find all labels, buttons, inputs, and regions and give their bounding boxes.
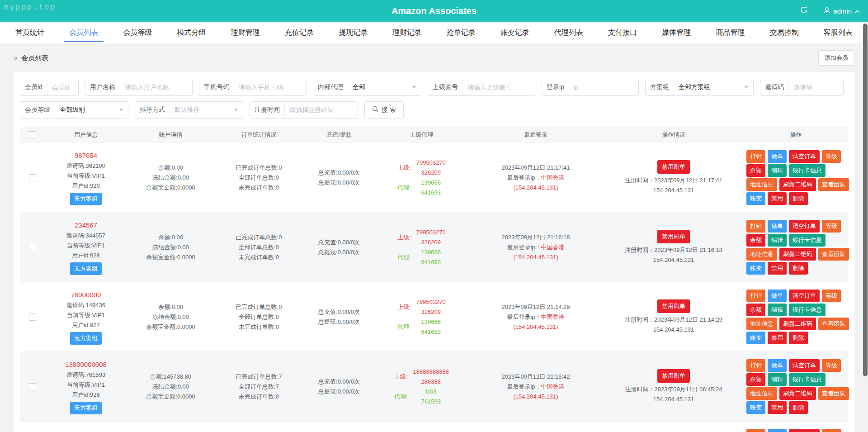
tab-finance-records[interactable]: 理财记录 (386, 22, 428, 43)
action-view-team-button[interactable]: 查看团队 (818, 318, 849, 330)
action-address-info-button[interactable]: 地址信息 (746, 318, 777, 330)
action-bank-card-info-button[interactable]: 银行卡信息 (789, 164, 826, 177)
action-inject-button[interactable]: 打针 (746, 359, 765, 372)
tab-grab-order-records[interactable]: 抢单记录 (440, 22, 482, 43)
no-plan-group-badge[interactable]: 无方案组 (70, 332, 102, 345)
action-level-button[interactable]: 等级 (822, 429, 841, 432)
sort-mode-select[interactable]: 排序方式 默认排序 (135, 101, 243, 119)
action-inject-button[interactable]: 打针 (746, 150, 765, 163)
action-edit-button[interactable]: 编辑 (768, 304, 787, 316)
action-view-team-button[interactable]: 查看团队 (818, 178, 849, 191)
action-clear-orders-button[interactable]: 清空订单 (789, 429, 820, 432)
tab-home-stats[interactable]: 首页统计 (9, 22, 51, 43)
action-disable-button[interactable]: 禁用 (768, 332, 787, 344)
refresh-button[interactable] (796, 3, 811, 19)
action-delete-button[interactable]: 删除 (789, 262, 808, 275)
action-inject-button[interactable]: 打针 (746, 220, 765, 233)
no-plan-group-badge[interactable]: 无方案组 (70, 402, 102, 414)
disable-brush-badge[interactable]: 禁用刷单 (657, 369, 690, 383)
action-balance-button[interactable]: 余额 (746, 234, 765, 247)
action-bank-card-info-button[interactable]: 银行卡信息 (789, 304, 826, 316)
user-menu[interactable]: admin (823, 7, 860, 15)
action-edit-button[interactable]: 编辑 (768, 234, 787, 247)
tab-finance-manage[interactable]: 理财管理 (225, 22, 266, 43)
tab-agent-list[interactable]: 代理列表 (548, 22, 590, 43)
action-inject-button[interactable]: 打针 (746, 290, 765, 302)
action-edit-button[interactable]: 编辑 (768, 373, 787, 386)
action-account-change-button[interactable]: 账变 (746, 401, 765, 414)
invite-code-input[interactable] (789, 84, 843, 91)
tab-media-manage[interactable]: 媒体管理 (656, 22, 697, 43)
tab-service-list[interactable]: 客服列表 (817, 22, 859, 43)
action-make-order-button[interactable]: 做单 (768, 429, 787, 432)
action-level-button[interactable]: 等级 (822, 290, 841, 302)
action-disable-button[interactable]: 禁用 (768, 401, 787, 414)
action-account-change-button[interactable]: 账变 (746, 332, 765, 344)
action-inject-button[interactable]: 打针 (746, 429, 765, 432)
tab-recharge-records[interactable]: 充值记录 (278, 22, 320, 43)
disable-brush-badge[interactable]: 禁用刷单 (657, 230, 690, 243)
action-address-info-button[interactable]: 地址信息 (746, 387, 777, 400)
action-disable-button[interactable]: 禁用 (768, 192, 787, 205)
search-button[interactable]: 搜 索 (364, 101, 404, 119)
action-view-team-button[interactable]: 查看团队 (818, 248, 849, 261)
add-member-button[interactable]: 添加会员 (818, 50, 854, 66)
action-edit-button[interactable]: 编辑 (768, 164, 787, 177)
no-plan-group-badge[interactable]: 无方案组 (70, 262, 102, 275)
user-name-input[interactable] (120, 84, 192, 91)
tab-account-change-records[interactable]: 账变记录 (494, 22, 536, 43)
action-make-order-button[interactable]: 做单 (768, 359, 787, 372)
reg-time-input[interactable] (285, 106, 358, 114)
action-level-button[interactable]: 等级 (822, 220, 841, 233)
tab-payment-api[interactable]: 支付接口 (602, 22, 643, 43)
action-refresh-qrcode-button[interactable]: 刷新二维码 (779, 248, 816, 261)
action-disable-button[interactable]: 禁用 (768, 262, 787, 275)
row-checkbox[interactable] (29, 244, 36, 251)
action-account-change-button[interactable]: 账变 (746, 262, 765, 275)
action-address-info-button[interactable]: 地址信息 (746, 178, 777, 191)
action-balance-button[interactable]: 余额 (746, 373, 765, 386)
member-id-input[interactable] (47, 84, 78, 91)
action-make-order-button[interactable]: 做单 (768, 220, 787, 233)
disable-brush-badge[interactable]: 禁用刷单 (657, 160, 690, 174)
action-bank-card-info-button[interactable]: 银行卡信息 (789, 234, 826, 247)
plan-group-select[interactable]: 方案组 全部方案组 (645, 79, 754, 96)
tab-product-manage[interactable]: 商品管理 (709, 22, 751, 43)
action-level-button[interactable]: 等级 (822, 359, 841, 372)
action-balance-button[interactable]: 余额 (746, 304, 765, 316)
disable-brush-badge[interactable]: 禁用刷单 (657, 299, 690, 313)
tab-mode-group[interactable]: 模式分组 (171, 22, 212, 43)
action-refresh-qrcode-button[interactable]: 刷新二维码 (779, 178, 816, 191)
action-delete-button[interactable]: 删除 (789, 332, 808, 344)
tab-member-list[interactable]: 会员列表 (63, 22, 104, 43)
select-all-checkbox[interactable] (29, 131, 36, 138)
tab-trade-control[interactable]: 交易控制 (764, 22, 805, 43)
action-clear-orders-button[interactable]: 清空订单 (789, 359, 820, 372)
action-refresh-qrcode-button[interactable]: 刷新二维码 (779, 318, 816, 330)
action-clear-orders-button[interactable]: 清空订单 (789, 290, 820, 302)
action-account-change-button[interactable]: 账变 (746, 192, 765, 205)
login-ip-input[interactable] (569, 84, 638, 91)
action-delete-button[interactable]: 删除 (789, 192, 808, 205)
no-plan-group-badge[interactable]: 无方案组 (70, 193, 102, 205)
action-make-order-button[interactable]: 做单 (768, 150, 787, 163)
tab-withdraw-records[interactable]: 提现记录 (332, 22, 374, 43)
action-delete-button[interactable]: 删除 (789, 401, 808, 414)
internal-agent-select[interactable]: 内部代理 全部 (313, 79, 421, 96)
phone-input[interactable] (234, 84, 306, 91)
action-level-button[interactable]: 等级 (822, 150, 841, 163)
tab-member-level[interactable]: 会员等级 (117, 22, 158, 43)
row-checkbox[interactable] (29, 313, 36, 321)
action-make-order-button[interactable]: 做单 (768, 290, 787, 302)
action-view-team-button[interactable]: 查看团队 (818, 387, 849, 400)
action-address-info-button[interactable]: 地址信息 (746, 248, 777, 261)
action-clear-orders-button[interactable]: 清空订单 (789, 150, 820, 163)
row-checkbox[interactable] (29, 174, 36, 181)
action-bank-card-info-button[interactable]: 银行卡信息 (789, 373, 826, 386)
action-balance-button[interactable]: 余额 (746, 164, 765, 177)
superior-account-input[interactable] (463, 84, 535, 91)
action-clear-orders-button[interactable]: 清空订单 (789, 220, 820, 233)
member-level-select[interactable]: 会员等级 全部级别 (20, 101, 128, 119)
action-refresh-qrcode-button[interactable]: 刷新二维码 (779, 387, 816, 400)
vertical-scrollbar[interactable] (863, 24, 868, 376)
